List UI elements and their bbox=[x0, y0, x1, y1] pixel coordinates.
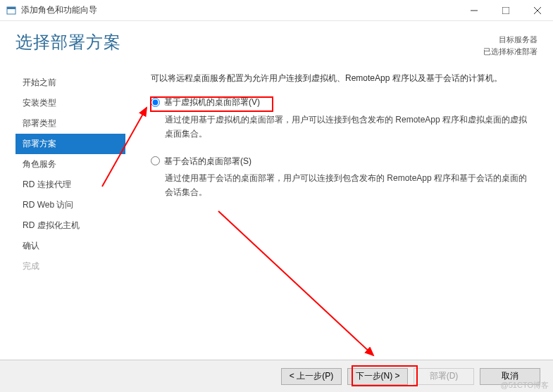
page-header: 选择部署方案 目标服务器 已选择标准部署 bbox=[0, 21, 553, 65]
wizard-content: 可以将远程桌面服务配置为允许用户连接到虚拟机、RemoteApp 程序以及基于会… bbox=[125, 65, 553, 277]
radio-vm-based-label[interactable]: 基于虚拟机的桌面部署(V) bbox=[164, 95, 260, 109]
server-info: 目标服务器 已选择标准部署 bbox=[483, 31, 538, 57]
radio-vm-based-desc: 通过使用基于虚拟机的桌面部署，用户可以连接到包含发布的 RemoteApp 程序… bbox=[151, 113, 533, 141]
minimize-button[interactable] bbox=[458, 0, 490, 21]
sidebar-item-deploy-scenario[interactable]: 部署方案 bbox=[15, 134, 125, 154]
sidebar-item-deploy-type[interactable]: 部署类型 bbox=[15, 113, 125, 134]
watermark: @51CTO博客 bbox=[501, 380, 549, 391]
window-titlebar: 添加角色和功能向导 bbox=[0, 0, 553, 21]
sidebar-item-rd-broker[interactable]: RD 连接代理 bbox=[15, 175, 125, 195]
svg-rect-3 bbox=[502, 7, 509, 14]
server-value: 已选择标准部署 bbox=[483, 46, 538, 58]
intro-text: 可以将远程桌面服务配置为允许用户连接到虚拟机、RemoteApp 程序以及基于会… bbox=[151, 71, 533, 85]
deploy-button: 部署(D) bbox=[414, 368, 474, 385]
maximize-button[interactable] bbox=[490, 0, 521, 21]
sidebar-item-rd-virtual[interactable]: RD 虚拟化主机 bbox=[15, 215, 125, 236]
radio-session-based-label[interactable]: 基于会话的桌面部署(S) bbox=[164, 154, 251, 168]
sidebar-item-install-type[interactable]: 安装类型 bbox=[15, 93, 125, 113]
sidebar-item-rd-web[interactable]: RD Web 访问 bbox=[15, 195, 125, 215]
sidebar-item-complete: 完成 bbox=[15, 256, 125, 277]
wizard-body: 开始之前 安装类型 部署类型 部署方案 角色服务 RD 连接代理 RD Web … bbox=[0, 65, 553, 277]
wizard-footer: < 上一步(P) 下一步(N) > 部署(D) 取消 bbox=[0, 360, 553, 392]
sidebar-item-before-begin[interactable]: 开始之前 bbox=[15, 72, 125, 93]
close-button[interactable] bbox=[521, 0, 553, 21]
sidebar-item-role-services[interactable]: 角色服务 bbox=[15, 154, 125, 175]
window-controls bbox=[458, 0, 553, 21]
radio-session-based[interactable] bbox=[151, 156, 160, 165]
previous-button[interactable]: < 上一步(P) bbox=[281, 368, 342, 385]
radio-session-based-desc: 通过使用基于会话的桌面部署，用户可以连接到包含发布的 RemoteApp 程序和… bbox=[151, 171, 533, 200]
app-icon bbox=[6, 5, 17, 16]
wizard-sidebar: 开始之前 安装类型 部署类型 部署方案 角色服务 RD 连接代理 RD Web … bbox=[15, 65, 125, 277]
page-title: 选择部署方案 bbox=[15, 31, 121, 53]
svg-rect-1 bbox=[7, 7, 15, 9]
radio-vm-based[interactable] bbox=[151, 98, 160, 107]
sidebar-item-confirm[interactable]: 确认 bbox=[15, 236, 125, 256]
server-label: 目标服务器 bbox=[483, 34, 538, 46]
option-vm-based: 基于虚拟机的桌面部署(V) 通过使用基于虚拟机的桌面部署，用户可以连接到包含发布… bbox=[151, 95, 533, 141]
option-session-based: 基于会话的桌面部署(S) 通过使用基于会话的桌面部署，用户可以连接到包含发布的 … bbox=[151, 154, 533, 200]
window-title: 添加角色和功能向导 bbox=[21, 4, 458, 16]
next-button[interactable]: 下一步(N) > bbox=[347, 368, 408, 385]
